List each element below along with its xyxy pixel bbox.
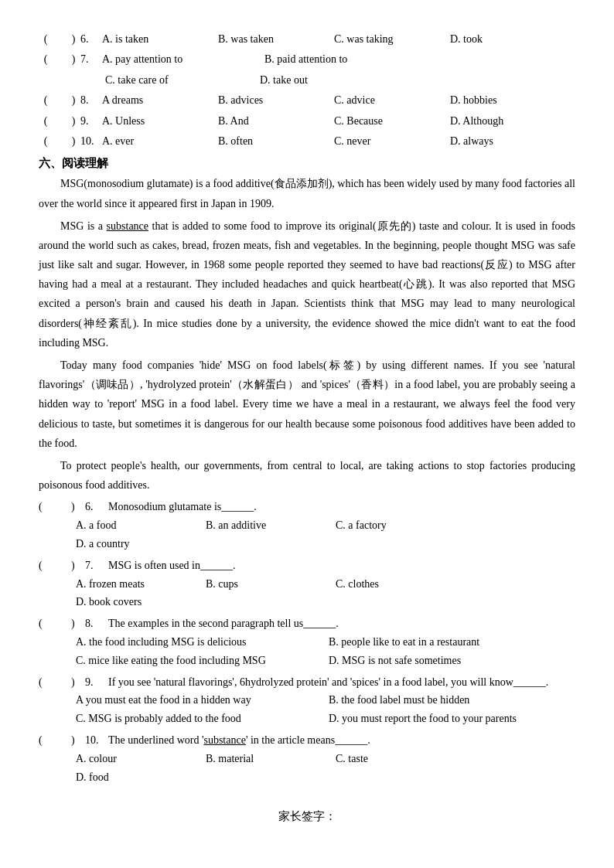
q10-options: A. ever B. often C. never D. always [102, 133, 575, 150]
rq6-paren-open: ( [39, 498, 53, 516]
rq10-text-underline: substance [203, 734, 245, 746]
q7-opt-b: B. paid attention to [264, 51, 419, 68]
q9-opt-c: C. Because [334, 113, 442, 130]
rq9-opt-c: C. MSG is probably added to the food [76, 710, 322, 728]
rq9-row: ( ) 9. If you see 'natural flavorings', … [39, 673, 575, 692]
rq10-row: ( ) 10. The underlined word 'substance' … [39, 731, 575, 750]
q6-opt-c: C. was taking [334, 31, 442, 48]
rq8-opt-b: B. people like to eat in a restaurant [329, 633, 575, 652]
q10-paren-open: ( [39, 133, 53, 150]
rq8-options: A. the food including MSG is delicious B… [76, 633, 575, 670]
rq9-num: 9. [85, 673, 108, 692]
q10-paren-close: ) [67, 133, 80, 150]
rq7-paren-close: ) [71, 557, 85, 575]
rq7-opt-d: D. book covers [76, 593, 200, 611]
rq10-paren-open: ( [39, 731, 53, 750]
rq6-opt-c: C. a factory [336, 516, 459, 535]
rq10-text: The underlined word 'substance' in the a… [108, 731, 575, 750]
q7-row1: ( ) 7. A. pay attention to B. paid atten… [39, 51, 575, 68]
passage-p4: To protect people's health, our governme… [39, 456, 575, 495]
q7-opt-c: C. take care of [105, 72, 260, 89]
q6-paren-close2: ) [67, 31, 80, 48]
q6-opt-d: D. took [450, 31, 558, 48]
rq8-paren-open: ( [39, 614, 53, 633]
q9-options: A. Unless B. And C. Because D. Although [102, 113, 575, 130]
question-7-block: ( ) 7. A. pay attention to B. paid atten… [39, 51, 575, 89]
rq6-options: A. a food B. an additive C. a factory D.… [76, 516, 575, 553]
question-10-row: ( ) 10. A. ever B. often C. never D. alw… [39, 133, 575, 150]
rq10-text-after: ' in the article means______. [246, 734, 370, 746]
rq7-block: ( ) 7. MSG is often used in______. A. fr… [39, 557, 575, 611]
passage-p2: MSG is a substance that is added to some… [39, 216, 575, 352]
question-9-row: ( ) 9. A. Unless B. And C. Because D. Al… [39, 113, 575, 130]
p2-before-underline: MSG is a [60, 220, 107, 232]
reading-passage: MSG(monosodium glutamate) is a food addi… [39, 174, 575, 495]
q6-num: 6. [80, 31, 102, 48]
rq9-opt-b: B. the food label must be hidden [329, 691, 575, 710]
rq7-options: A. frozen meats B. cups C. clothes D. bo… [76, 575, 575, 612]
rq9-options: A you must eat the food in a hidden way … [76, 691, 575, 728]
rq6-block: ( ) 6. Monosodium glutamate is______. A.… [39, 498, 575, 553]
rq8-num: 8. [85, 614, 108, 633]
rq9-opt-a: A you must eat the food in a hidden way [76, 691, 322, 710]
q8-options: A dreams B. advices C. advice D. hobbies [102, 92, 575, 109]
footer: 家长签字： [39, 809, 575, 824]
q8-num: 8. [80, 92, 102, 109]
q8-opt-a: A dreams [102, 92, 210, 109]
q6-paren-close [53, 31, 67, 48]
rq8-opt-c: C. mice like eating the food including M… [76, 652, 322, 670]
q8-paren-open: ( [39, 92, 53, 109]
rq10-paren-close: ) [71, 731, 85, 750]
rq9-opt-d: D. you must report the food to your pare… [329, 710, 575, 728]
page: ( ) 6. A. is taken B. was taken C. was t… [39, 31, 575, 824]
q8-opt-d: D. hobbies [450, 92, 558, 109]
rq10-block: ( ) 10. The underlined word 'substance' … [39, 731, 575, 786]
rq8-row: ( ) 8. The examples in the second paragr… [39, 614, 575, 633]
section-title: 六、阅读理解 [39, 156, 575, 171]
rq10-opt-d: D. food [76, 768, 200, 787]
q7-opt-d: D. take out [260, 72, 414, 89]
p2-underline: substance [107, 220, 148, 232]
rq9-text: If you see 'natural flavorings', 6hydrol… [108, 673, 575, 692]
p2-after: that is added to some food to improve it… [39, 220, 575, 349]
q6-opt-b: B. was taken [218, 31, 326, 48]
q9-opt-d: D. Although [450, 113, 558, 130]
q9-paren-close: ) [67, 113, 80, 130]
rq8-opt-d: D. MSG is not safe sometimes [329, 652, 575, 670]
rq7-num: 7. [85, 557, 108, 575]
question-8-row: ( ) 8. A dreams B. advices C. advice D. … [39, 92, 575, 109]
q7-paren-close: ) [67, 51, 80, 68]
rq9-paren-close: ) [71, 673, 85, 692]
q9-opt-a: A. Unless [102, 113, 210, 130]
q8-opt-c: C. advice [334, 92, 442, 109]
rq8-block: ( ) 8. The examples in the second paragr… [39, 614, 575, 669]
rq7-opt-a: A. frozen meats [76, 575, 200, 594]
rq7-opt-c: C. clothes [336, 575, 459, 594]
rq9-options-row2: C. MSG is probably added to the food D. … [76, 710, 575, 728]
rq8-paren-close: ) [71, 614, 85, 633]
rq8-text: The examples in the second paragraph tel… [108, 614, 575, 633]
q9-paren-open: ( [39, 113, 53, 130]
passage-p3: Today many food companies 'hide' MSG on … [39, 356, 575, 453]
rq6-text: Monosodium glutamate is______. [108, 498, 575, 516]
rq9-paren-open: ( [39, 673, 53, 692]
q7-options-row1: A. pay attention to B. paid attention to [102, 51, 575, 68]
passage-p1: MSG(monosodium glutamate) is a food addi… [39, 174, 575, 213]
rq10-opt-a: A. colour [76, 750, 200, 768]
q7-paren-open: ( [39, 51, 53, 68]
q7-paren-space [53, 51, 67, 68]
rq6-row: ( ) 6. Monosodium glutamate is______. [39, 498, 575, 516]
rq10-options: A. colour B. material C. taste D. food [76, 750, 575, 787]
rq6-num: 6. [85, 498, 108, 516]
q10-paren-space [53, 133, 67, 150]
q7-num: 7. [80, 51, 102, 68]
q6-opt-a: A. is taken [102, 31, 210, 48]
rq8-options-row1: A. the food including MSG is delicious B… [76, 633, 575, 652]
q7-row2: C. take care of D. take out [105, 72, 575, 89]
q9-opt-b: B. And [218, 113, 326, 130]
question-6-row: ( ) 6. A. is taken B. was taken C. was t… [39, 31, 575, 48]
rq10-opt-c: C. taste [336, 750, 459, 768]
q10-opt-a: A. ever [102, 133, 210, 150]
q8-paren-space [53, 92, 67, 109]
q8-paren-close: ) [67, 92, 80, 109]
